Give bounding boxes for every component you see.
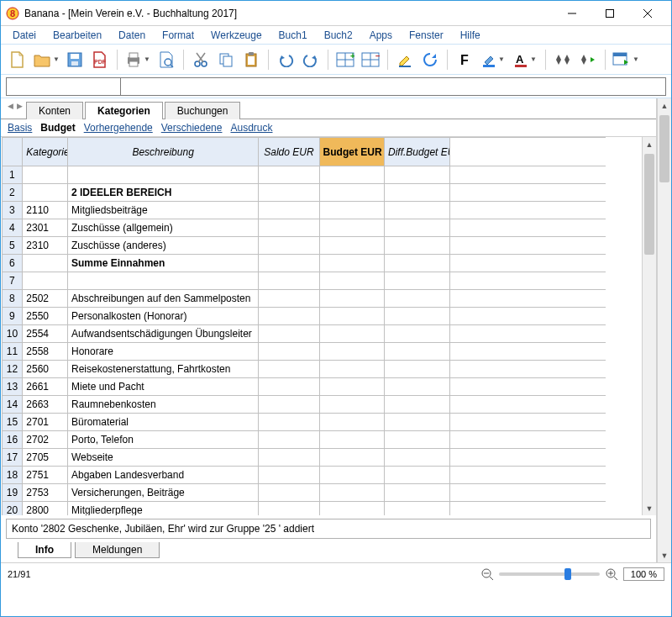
cell-kategorie[interactable]: 2751 (23, 467, 68, 484)
row-number[interactable]: 12 (2, 361, 23, 378)
cell-kategorie[interactable]: 2753 (23, 484, 68, 502)
cell-budget[interactable] (319, 449, 384, 467)
table-row-add-icon[interactable]: + (333, 48, 357, 71)
cell-saldo[interactable] (259, 308, 319, 325)
cell-kategorie[interactable]: 2550 (23, 308, 68, 325)
cell-beschreibung[interactable]: Mitgliederpflege (67, 502, 258, 516)
cell-saldo[interactable] (259, 343, 319, 361)
table-row[interactable]: 42301Zuschüsse (allgemein) (2, 219, 606, 237)
row-number[interactable]: 4 (2, 219, 23, 237)
cell-diff[interactable] (385, 184, 449, 202)
menu-apps[interactable]: Apps (361, 28, 401, 43)
cell-budget[interactable] (319, 255, 384, 272)
cell-budget[interactable] (319, 343, 384, 361)
table-row[interactable]: 202800Mitgliederpflege (2, 502, 606, 516)
cell-beschreibung[interactable]: Büromaterial (67, 414, 258, 431)
cell-kategorie[interactable]: 2301 (23, 219, 68, 237)
tab-kategorien[interactable]: Kategorien (85, 102, 163, 119)
cell-budget[interactable] (319, 396, 384, 414)
cell-saldo[interactable] (259, 166, 319, 184)
table-row[interactable]: 142663Raumnebenkosten (2, 396, 606, 414)
save-icon[interactable] (63, 48, 87, 71)
zoom-slider-thumb[interactable] (564, 568, 571, 580)
cell-saldo[interactable] (259, 290, 319, 308)
grid-vertical-scrollbar[interactable]: ▲ ▼ (642, 137, 656, 515)
cell-diff[interactable] (385, 431, 449, 449)
cell-kategorie[interactable]: 2310 (23, 237, 68, 255)
cell-beschreibung[interactable]: Aufwandsentschädigungen Übungsleiter (67, 325, 258, 343)
cell-diff[interactable] (385, 290, 449, 308)
cell-budget[interactable] (319, 414, 384, 431)
row-number[interactable]: 20 (2, 502, 23, 516)
cell-saldo[interactable] (259, 184, 319, 202)
cell-beschreibung[interactable] (67, 272, 258, 290)
cell-diff[interactable] (385, 467, 449, 484)
cell-kategorie[interactable]: 2110 (23, 202, 68, 219)
cell-reference-box[interactable] (6, 77, 120, 96)
table-row[interactable]: 6Summe Einnahmen (2, 255, 606, 272)
cell-saldo[interactable] (259, 378, 319, 396)
table-row-delete-icon[interactable]: − (359, 48, 382, 71)
cell-kategorie[interactable]: 2701 (23, 414, 68, 431)
row-number[interactable]: 10 (2, 325, 23, 343)
cell-diff[interactable] (385, 449, 449, 467)
cell-diff[interactable] (385, 484, 449, 502)
cell-saldo[interactable] (259, 202, 319, 219)
cell-diff[interactable] (385, 502, 449, 516)
subtab-basis[interactable]: Basis (8, 122, 32, 134)
cell-budget[interactable] (319, 237, 384, 255)
cell-budget[interactable] (319, 202, 384, 219)
subtab-verschiedene[interactable]: Verschiedene (161, 122, 223, 134)
cell-diff[interactable] (385, 361, 449, 378)
cell-kategorie[interactable]: 2663 (23, 396, 68, 414)
cell-beschreibung[interactable]: Abschreibungen auf den Sammelposten (67, 290, 258, 308)
menu-daten[interactable]: Daten (110, 28, 154, 43)
cell-budget[interactable] (319, 166, 384, 184)
cell-saldo[interactable] (259, 219, 319, 237)
zoom-in-icon[interactable] (605, 567, 618, 581)
paste-icon[interactable] (239, 48, 263, 71)
menu-bearbeiten[interactable]: Bearbeiten (45, 28, 110, 43)
cell-diff[interactable] (385, 255, 449, 272)
redo-icon[interactable] (299, 48, 323, 71)
cell-budget[interactable] (319, 219, 384, 237)
table-row[interactable]: 132661Miete und Pacht (2, 378, 606, 396)
open-file-icon[interactable]: ▼ (31, 48, 61, 71)
row-number[interactable]: 13 (2, 378, 23, 396)
menu-hilfe[interactable]: Hilfe (452, 28, 489, 43)
outer-scroll-thumb[interactable] (659, 115, 669, 182)
cell-budget[interactable] (319, 290, 384, 308)
cell-kategorie[interactable]: 2661 (23, 378, 68, 396)
cell-diff[interactable] (385, 343, 449, 361)
cell-saldo[interactable] (259, 467, 319, 484)
find-next-icon[interactable] (576, 48, 600, 71)
zoom-level[interactable]: 100 % (623, 567, 664, 581)
cell-beschreibung[interactable]: Reisekostenerstattung, Fahrtkosten (67, 361, 258, 378)
cell-diff[interactable] (385, 308, 449, 325)
row-number[interactable]: 8 (2, 290, 23, 308)
table-row[interactable]: 32110Mitgliedsbeiträge (2, 202, 606, 219)
row-number[interactable]: 16 (2, 431, 23, 449)
zoom-out-icon[interactable] (480, 567, 494, 581)
export-window-icon[interactable]: ▼ (611, 48, 641, 71)
row-number[interactable]: 5 (2, 237, 23, 255)
subtab-vorhergehende[interactable]: Vorhergehende (84, 122, 153, 134)
cell-saldo[interactable] (259, 272, 319, 290)
table-row[interactable]: 172705Webseite (2, 449, 606, 467)
cell-budget[interactable] (319, 308, 384, 325)
new-file-icon[interactable] (6, 48, 29, 71)
cell-saldo[interactable] (259, 237, 319, 255)
cell-kategorie[interactable] (23, 272, 68, 290)
cell-beschreibung[interactable]: Zuschüsse (anderes) (67, 237, 258, 255)
cell-kategorie[interactable]: 2560 (23, 361, 68, 378)
cell-kategorie[interactable]: 2558 (23, 343, 68, 361)
table-row[interactable]: 92550Personalkosten (Honorar) (2, 308, 606, 325)
cell-beschreibung[interactable]: Webseite (67, 449, 258, 467)
col-beschreibung[interactable]: Beschreibung (67, 138, 258, 166)
cell-kategorie[interactable] (23, 255, 68, 272)
print-icon[interactable]: ▼ (123, 48, 153, 71)
table-row[interactable]: 102554Aufwandsentschädigungen Übungsleit… (2, 325, 606, 343)
cell-beschreibung[interactable]: Versicherungen, Beiträge (67, 484, 258, 502)
bottom-tab-info[interactable]: Info (18, 542, 71, 558)
cell-saldo[interactable] (259, 484, 319, 502)
